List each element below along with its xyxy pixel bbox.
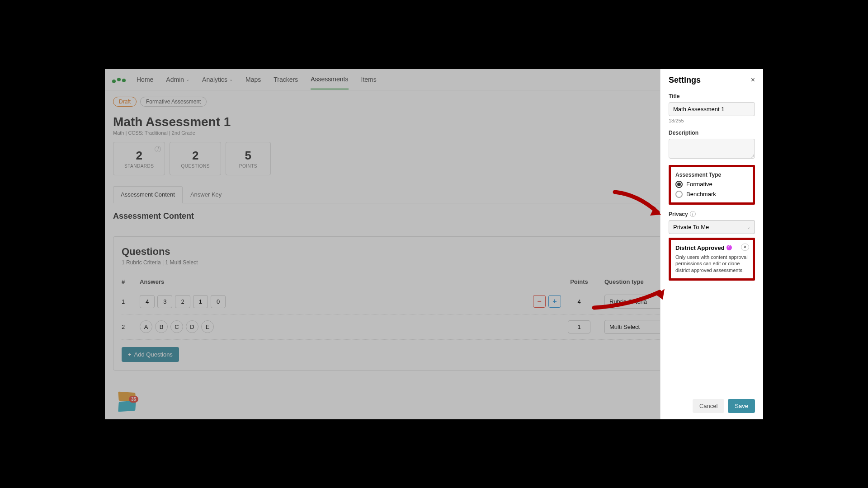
info-icon[interactable]: i (155, 146, 161, 152)
nav-maps[interactable]: Maps (245, 70, 261, 89)
table-row: 143210−+4Rubric Criteria⌄2. (122, 289, 746, 314)
stack-badge-count: 35 (129, 396, 138, 403)
nav-admin[interactable]: Admin⌄ (166, 70, 189, 89)
page-meta: Math | CCSS: Traditional | 2nd Grade (113, 130, 755, 136)
assessment-type-label: Assessment Type (675, 172, 748, 178)
tab-assessment-content[interactable]: Assessment Content (113, 186, 183, 203)
nav-admin-label: Admin (166, 76, 184, 83)
district-approved-title: District Approved (675, 244, 725, 251)
col-number: # (122, 278, 140, 285)
privacy-label: Privacy (669, 211, 688, 217)
pill-draft: Draft (113, 97, 137, 107)
answer-option[interactable]: E (201, 320, 214, 333)
remove-option-button[interactable]: − (533, 295, 546, 308)
table-row: 2ABCDEMulti Select⌄2. (122, 314, 746, 340)
questions-title: Questions (122, 246, 746, 258)
district-approved-text: Only users with content approval permiss… (675, 254, 748, 274)
answer-option[interactable]: A (140, 320, 152, 333)
radio-benchmark[interactable]: Benchmark (675, 191, 748, 198)
stat-standards-label: STANDARDS (124, 164, 154, 169)
title-label: Title (669, 93, 755, 99)
description-label: Description (669, 130, 755, 136)
col-points: Points (561, 278, 597, 285)
logo-icon (112, 78, 126, 81)
stat-questions: 2 QUESTIONS (170, 142, 221, 175)
stat-questions-value: 2 (181, 149, 209, 163)
nav-analytics-label: Analytics (202, 76, 227, 83)
assessment-type-card: Assessment Type Formative Benchmark (669, 165, 755, 205)
stat-questions-label: QUESTIONS (181, 164, 209, 169)
chevron-down-icon: ⌄ (186, 77, 189, 82)
privacy-value: Private To Me (673, 224, 709, 230)
stat-points: 5 POINTS (226, 142, 271, 175)
add-questions-button[interactable]: + Add Questions (122, 347, 179, 362)
add-questions-label: Add Questions (134, 351, 173, 358)
stat-points-value: 5 (237, 149, 259, 163)
save-button[interactable]: Save (728, 399, 755, 413)
answer-option[interactable]: 4 (140, 295, 155, 308)
row-number: 1 (122, 298, 140, 305)
col-answers: Answers (140, 278, 561, 285)
radio-icon (675, 191, 683, 198)
title-char-counter: 18/255 (669, 118, 755, 123)
stat-standards: i 2 STANDARDS (113, 142, 165, 175)
answer-option[interactable]: D (186, 320, 198, 333)
description-input[interactable] (669, 139, 755, 159)
questions-panel: Questions 1 Rubric Criteria | 1 Multi Se… (113, 236, 755, 371)
verified-icon (726, 245, 732, 250)
answer-option[interactable]: 3 (157, 295, 172, 308)
section-title: Assessment Content (113, 211, 755, 221)
radio-formative[interactable]: Formative (675, 181, 748, 188)
info-icon[interactable]: i (690, 211, 696, 217)
questions-meta: 1 Rubric Criteria | 1 Multi Select (122, 259, 746, 266)
nav-trackers[interactable]: Trackers (274, 70, 298, 89)
plus-icon: + (128, 351, 132, 358)
settings-panel: Settings × Title 18/255 Description Asse… (660, 69, 763, 419)
radio-formative-label: Formative (686, 181, 712, 188)
answer-option[interactable]: C (170, 320, 183, 333)
title-input[interactable] (669, 102, 755, 116)
stat-standards-value: 2 (124, 149, 154, 163)
nav-assessments[interactable]: Assessments (311, 70, 348, 89)
dismiss-icon[interactable]: × (741, 244, 749, 251)
points-value: 4 (561, 298, 597, 305)
answer-option[interactable]: 1 (193, 295, 208, 308)
chevron-down-icon: ⌄ (229, 77, 233, 82)
add-option-button[interactable]: + (548, 295, 561, 308)
answer-option[interactable]: 2 (175, 295, 190, 308)
close-icon[interactable]: × (751, 76, 755, 84)
answer-option[interactable]: B (155, 320, 168, 333)
privacy-select[interactable]: Private To Me ⌄ (669, 220, 755, 234)
chevron-down-icon: ⌄ (747, 225, 750, 230)
nav-home[interactable]: Home (137, 70, 153, 89)
answer-option[interactable]: 0 (211, 295, 226, 308)
stack-badge[interactable]: 35 (118, 399, 136, 411)
radio-benchmark-label: Benchmark (686, 191, 716, 197)
row-number: 2 (122, 324, 140, 330)
page-title: Math Assessment 1 (113, 115, 755, 129)
nav-analytics[interactable]: Analytics⌄ (202, 70, 233, 89)
radio-icon (675, 181, 683, 188)
district-approved-card: × District Approved Only users with cont… (669, 238, 755, 281)
points-input[interactable] (568, 320, 590, 333)
stat-points-label: POINTS (237, 164, 259, 169)
settings-heading: Settings (669, 75, 701, 85)
pill-formative: Formative Assessment (140, 97, 207, 107)
nav-items[interactable]: Items (361, 70, 377, 89)
questions-header-row: # Answers Points Question type Sta (122, 275, 746, 289)
tab-answer-key[interactable]: Answer Key (183, 186, 229, 203)
cancel-button[interactable]: Cancel (693, 399, 724, 413)
